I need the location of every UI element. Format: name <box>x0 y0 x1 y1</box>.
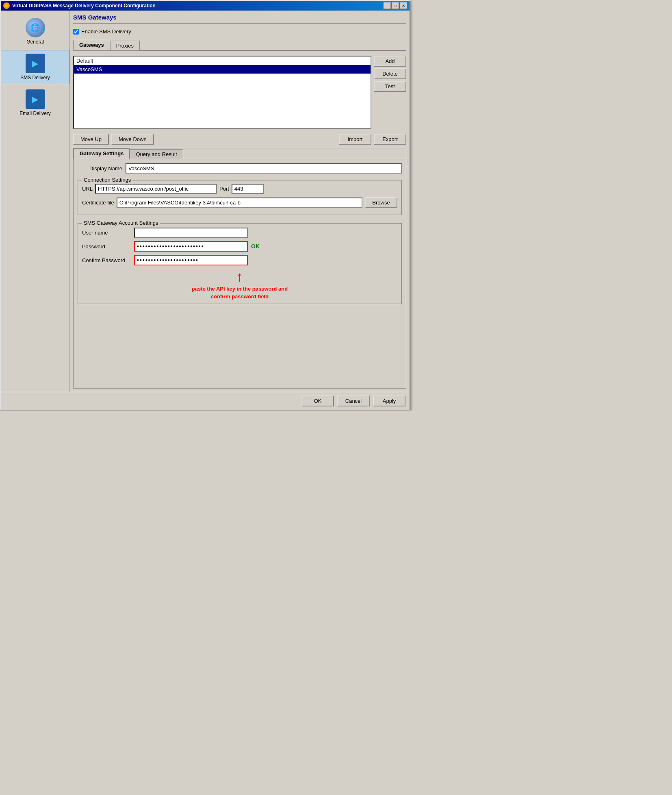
close-button[interactable]: ✕ <box>400 2 407 9</box>
port-input[interactable] <box>232 184 264 194</box>
connection-settings-group: Connection Settings URL Port Certificate… <box>78 180 402 215</box>
sidebar-label-sms: SMS Delivery <box>20 75 50 80</box>
globe-icon: 🌐 <box>26 18 45 37</box>
display-name-row: Display Name <box>78 163 402 174</box>
move-up-button[interactable]: Move Up <box>73 134 109 145</box>
sidebar-item-general[interactable]: 🌐 General <box>1 15 69 48</box>
sidebar-item-email-delivery[interactable]: Email Delivery <box>1 86 69 119</box>
content-area: 🌐 General SMS Delivery Email Delivery SM… <box>1 11 410 392</box>
app-icon <box>3 2 10 9</box>
confirm-label: Confirm Password <box>82 257 131 263</box>
red-arrow-icon: ↑ <box>236 269 243 284</box>
enable-sms-checkbox[interactable] <box>73 29 79 35</box>
otp-icon-email <box>26 89 45 109</box>
bottom-bar: OK Cancel Apply <box>1 392 410 410</box>
cert-input[interactable] <box>117 198 362 208</box>
sms-account-title: SMS Gateway Account Settings <box>82 220 160 226</box>
gateway-list: Default VascoSMS <box>73 56 371 129</box>
add-button[interactable]: Add <box>374 56 406 67</box>
cancel-button[interactable]: Cancel <box>337 395 370 406</box>
username-input[interactable] <box>134 228 248 238</box>
confirm-password-input[interactable] <box>134 255 248 265</box>
password-input[interactable] <box>134 241 248 252</box>
cert-label: Certificate file <box>82 200 114 206</box>
minimize-button[interactable]: _ <box>384 2 391 9</box>
maximize-button[interactable]: □ <box>392 2 399 9</box>
import-button[interactable]: Import <box>339 134 371 145</box>
password-ok-label: OK <box>251 243 260 250</box>
gateway-side-buttons: Add Delete Test <box>374 56 406 129</box>
url-input[interactable] <box>95 184 217 194</box>
annotation-text-line2: confirm password field <box>211 293 269 300</box>
password-row: Password OK <box>82 241 397 252</box>
sidebar-label-email: Email Delivery <box>20 111 51 116</box>
test-button[interactable]: Test <box>374 81 406 92</box>
otp-icon-sms <box>26 54 45 73</box>
tab-gateway-settings[interactable]: Gateway Settings <box>74 148 130 159</box>
main-tab-bar: Gateways Proxies <box>73 39 406 51</box>
password-label: Password <box>82 243 131 250</box>
titlebar-controls: _ □ ✕ <box>384 2 407 9</box>
main-panel: SMS Gateways Enable SMS Delivery Gateway… <box>70 11 410 392</box>
move-buttons-row: Move Up Move Down Import Export <box>73 134 406 145</box>
enable-sms-label: Enable SMS Delivery <box>81 28 131 35</box>
apply-button[interactable]: Apply <box>373 395 405 406</box>
gateway-area: Default VascoSMS Add Delete Test <box>73 56 406 129</box>
sidebar: 🌐 General SMS Delivery Email Delivery <box>1 11 70 392</box>
sidebar-item-sms-delivery[interactable]: SMS Delivery <box>1 50 69 84</box>
titlebar-left: Virtual DIGIPASS Message Delivery Compon… <box>3 2 156 9</box>
port-label: Port <box>219 186 229 192</box>
main-window: Virtual DIGIPASS Message Delivery Compon… <box>0 0 410 411</box>
annotation-text-line1: paste the API key in the password and <box>192 286 288 292</box>
url-row: URL Port <box>82 184 397 194</box>
tab-proxies[interactable]: Proxies <box>110 41 140 50</box>
sms-account-box: SMS Gateway Account Settings User name P… <box>78 223 402 304</box>
list-item-vascosms[interactable]: VascoSMS <box>74 65 371 74</box>
annotation-area: ↑ paste the API key in the password and … <box>82 269 397 300</box>
connection-group-title: Connection Settings <box>82 177 132 183</box>
cert-row: Certificate file Browse <box>82 197 397 208</box>
sidebar-label-general: General <box>26 39 44 45</box>
ok-button[interactable]: OK <box>301 395 334 406</box>
list-item-default[interactable]: Default <box>74 56 371 65</box>
username-row: User name <box>82 228 397 238</box>
display-name-input[interactable] <box>126 163 402 174</box>
confirm-password-row: Confirm Password <box>82 255 397 265</box>
display-name-label: Display Name <box>78 165 122 172</box>
url-label: URL <box>82 186 93 192</box>
inner-tab-bar: Gateway Settings Query and Result <box>74 148 406 159</box>
panel-title: SMS Gateways <box>73 14 406 24</box>
move-down-button[interactable]: Move Down <box>111 134 154 145</box>
titlebar: Virtual DIGIPASS Message Delivery Compon… <box>1 1 410 11</box>
window-title: Virtual DIGIPASS Message Delivery Compon… <box>12 3 156 9</box>
delete-button[interactable]: Delete <box>374 68 406 79</box>
tab-gateways[interactable]: Gateways <box>73 40 110 50</box>
export-button[interactable]: Export <box>374 134 406 145</box>
settings-panel: Display Name Connection Settings URL Por… <box>74 159 406 308</box>
tab-query-result[interactable]: Query and Result <box>130 149 183 159</box>
browse-button[interactable]: Browse <box>365 197 397 208</box>
inner-tab-container: Gateway Settings Query and Result Displa… <box>73 148 406 389</box>
username-label: User name <box>82 230 131 236</box>
enable-checkbox-row: Enable SMS Delivery <box>73 28 406 35</box>
